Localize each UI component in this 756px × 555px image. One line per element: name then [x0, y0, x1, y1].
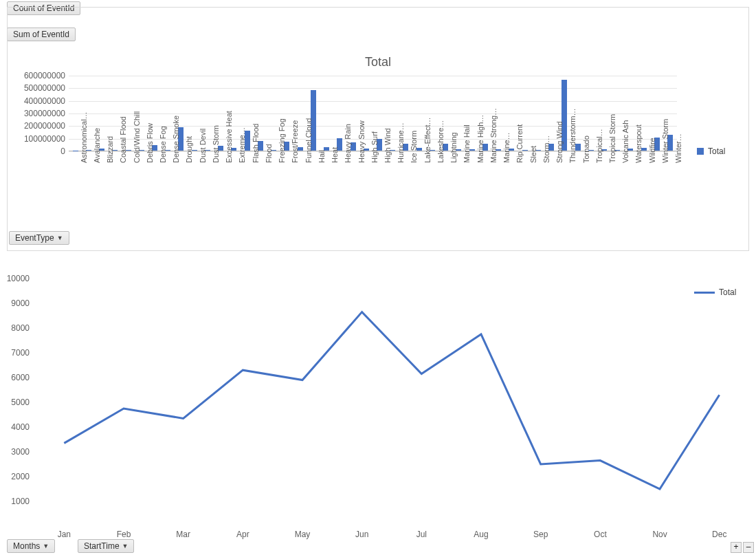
pivot-filter-eventtype-label: EventType	[15, 233, 54, 243]
bottom-chart-legend: Total	[694, 287, 736, 297]
top-chart-x-tick: Wildfire	[648, 155, 656, 163]
top-chart-y-tick: 100000000	[24, 134, 65, 144]
top-chart-x-tick: Thunderstorm…	[568, 155, 577, 163]
bottom-chart-x-axis: JanFebMarAprMayJunJulAugSepOctNovDec	[34, 530, 749, 539]
top-chart-y-tick: 600000000	[24, 71, 65, 80]
bottom-chart-y-tick: 8000	[11, 323, 30, 333]
top-chart-x-tick: Sleet	[529, 155, 537, 163]
bottom-chart-y-tick: 10000	[7, 274, 30, 283]
bottom-chart-y-axis: 1000200030004000500060007000800090001000…	[0, 279, 31, 526]
top-chart-x-tick: Debris Flow	[146, 155, 154, 163]
top-chart-x-tick: Winter Storm	[661, 155, 669, 163]
top-chart-legend-label: Total	[708, 146, 725, 156]
top-chart-x-tick: Heat	[331, 155, 339, 163]
top-chart-y-tick: 500000000	[24, 83, 65, 93]
bottom-chart-x-tick: Jul	[392, 530, 452, 539]
top-chart-x-tick: Excessive Heat	[225, 155, 233, 163]
bottom-chart-x-tick: Apr	[213, 530, 273, 539]
bottom-chart-x-tick: Jan	[34, 530, 94, 539]
line-series	[64, 312, 719, 489]
bottom-chart-x-tick: Aug	[452, 530, 511, 539]
top-chart-x-tick: Volcanic Ash	[621, 155, 630, 163]
top-chart-x-tick: Flash Flood	[252, 155, 260, 163]
top-chart-x-tick: Lakeshore…	[436, 155, 445, 163]
legend-line-icon	[694, 292, 715, 294]
dropdown-arrow-icon: ▼	[122, 543, 129, 549]
top-chart-x-tick: Waterspout	[634, 155, 643, 163]
bottom-chart-x-tick: May	[273, 530, 333, 539]
top-chart-x-tick: Tornado	[582, 155, 590, 163]
bottom-chart-x-tick: Oct	[570, 530, 630, 539]
top-chart-x-tick: Dust Storm	[212, 155, 220, 163]
top-chart-x-tick: Avalanche	[93, 155, 101, 163]
top-chart-x-tick: Cold/Wind Chill	[133, 155, 141, 163]
top-chart-x-tick: Marine Hail	[463, 155, 471, 163]
zoom-in-button[interactable]: +	[731, 542, 742, 553]
top-chart-x-tick: Lightning	[449, 155, 458, 163]
top-chart-x-tick: Heavy Rain	[344, 155, 352, 163]
top-chart-x-tick: High Surf	[370, 155, 379, 163]
top-chart-x-tick: Funnel Cloud	[304, 155, 313, 163]
bottom-chart-x-tick: Dec	[689, 530, 749, 539]
bottom-chart-x-tick: Sep	[511, 530, 570, 539]
top-chart-x-tick: Frost/Freeze	[291, 155, 299, 163]
top-chart-x-tick: Winter…	[674, 155, 682, 163]
top-chart-y-axis: 0100000000200000000300000000400000000500…	[7, 76, 65, 151]
top-chart-x-tick: Strong Wind	[555, 155, 564, 163]
top-chart-x-tick: Dense Smoke	[172, 155, 180, 163]
bottom-chart-y-tick: 5000	[11, 398, 30, 407]
top-chart-x-tick: High Wind	[383, 155, 392, 163]
top-chart-y-tick: 200000000	[24, 121, 65, 131]
top-chart-x-tick: Dense Fog	[159, 155, 167, 163]
top-chart-x-tick: Coastal Flood	[119, 155, 127, 163]
plus-icon: +	[733, 542, 738, 552]
legend-swatch-icon	[697, 148, 704, 155]
top-chart-plot: Astronomical…AvalancheBlizzardCoastal Fl…	[69, 76, 677, 151]
top-chart-x-tick: Rip Current	[515, 155, 524, 163]
top-chart-x-tick: Marine…	[502, 155, 511, 163]
dropdown-arrow-icon: ▼	[57, 235, 63, 241]
top-chart-y-tick: 0	[60, 146, 65, 156]
top-chart-x-tick: Marine Strong…	[489, 155, 498, 163]
bottom-chart-x-tick: Nov	[630, 530, 690, 539]
top-chart-x-tick: Tropical…	[595, 155, 603, 163]
dropdown-arrow-icon: ▼	[43, 543, 49, 549]
top-chart-title: Total	[365, 55, 391, 69]
top-chart-y-tick: 300000000	[24, 109, 65, 118]
top-chart-x-tick: Freezing Fog	[278, 155, 286, 163]
bottom-chart-y-tick: 2000	[11, 472, 30, 481]
bottom-chart-x-tick: Jun	[332, 530, 392, 539]
minus-icon: –	[746, 542, 751, 552]
pivot-filter-eventtype[interactable]: EventType ▼	[9, 231, 69, 245]
top-chart-x-tick: Hurricane…	[397, 155, 405, 163]
top-chart-x-tick: Extreme…	[238, 155, 246, 163]
top-chart-y-tick: 400000000	[24, 96, 65, 106]
pivot-filter-months[interactable]: Months ▼	[7, 539, 55, 553]
bottom-chart-x-tick: Feb	[94, 530, 154, 539]
pivot-filter-starttime-label: StartTime	[84, 541, 120, 551]
top-chart-x-tick: Lake-Effect…	[423, 155, 432, 163]
top-chart-x-tick: Drought	[185, 155, 193, 163]
top-chart-x-tick: Tropical Storm	[608, 155, 616, 163]
pivot-filter-months-label: Months	[13, 541, 40, 551]
top-chart-x-tick: Dust Devil	[199, 155, 207, 163]
top-chart-legend: Total	[697, 146, 725, 156]
top-chart-x-tick: Ice Storm	[410, 155, 418, 163]
top-chart-x-tick: Storm…	[542, 155, 551, 163]
top-chart-x-tick: Marine High…	[476, 155, 485, 163]
top-chart-x-tick: Blizzard	[106, 155, 114, 163]
bottom-chart-y-tick: 9000	[11, 298, 30, 308]
bottom-chart-legend-label: Total	[719, 287, 736, 297]
zoom-out-button[interactable]: –	[743, 542, 754, 553]
bottom-chart-y-tick: 6000	[11, 373, 30, 382]
bottom-chart-plot	[34, 279, 749, 526]
top-chart-x-tick: Heavy Snow	[357, 155, 366, 163]
top-chart-x-tick: Astronomical…	[80, 155, 88, 163]
pivot-filter-starttime[interactable]: StartTime ▼	[78, 539, 134, 553]
bottom-chart-y-tick: 1000	[11, 497, 30, 506]
bottom-chart-y-tick: 7000	[11, 348, 30, 358]
bottom-chart-y-tick: 4000	[11, 422, 30, 432]
top-chart-x-tick: Flood	[265, 155, 273, 163]
top-chart-x-tick: Hail	[318, 155, 326, 163]
bottom-chart-y-tick: 3000	[11, 447, 30, 457]
